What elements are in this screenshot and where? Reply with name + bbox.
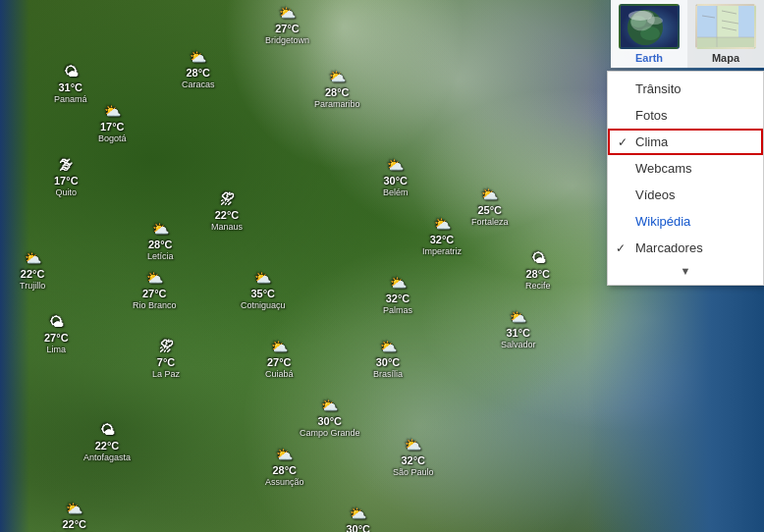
- weather-temp: 7°C: [157, 356, 175, 369]
- weather-icon: ⛅: [271, 339, 288, 355]
- menu-item-transito[interactable]: Trânsito: [608, 76, 763, 102]
- city-name: Brasília: [373, 369, 403, 380]
- weather-icon: 🌤: [64, 64, 78, 80]
- weather-icon: ⛅: [152, 221, 169, 238]
- marcadores-checkmark: ✓: [616, 241, 626, 255]
- earth-thumbnail: [619, 4, 680, 49]
- marcadores-label: Marcadores: [635, 240, 703, 255]
- weather-icon: ⛅: [350, 505, 366, 522]
- weather-temp: 28°C: [186, 67, 210, 80]
- mapa-thumbnail: [695, 4, 756, 49]
- more-icon: ▼: [681, 265, 691, 277]
- city-name: Lima: [47, 345, 67, 355]
- transito-label: Trânsito: [635, 81, 681, 96]
- city-name: Salvador: [501, 340, 536, 350]
- menu-more-button[interactable]: ▼: [608, 261, 763, 281]
- city-name: La Paz: [152, 369, 180, 380]
- weather-label: ⛈ 22°C Manaus: [211, 191, 243, 233]
- weather-temp: 30°C: [383, 175, 408, 187]
- city-name: Campo Grande: [300, 428, 360, 439]
- city-name: Letícia: [147, 251, 174, 262]
- weather-icon: ⛅: [510, 309, 526, 326]
- svg-point-2: [630, 16, 646, 27]
- city-name: Trujillo: [20, 281, 45, 292]
- menu-item-wikipedia[interactable]: Wikipédia: [608, 208, 763, 235]
- weather-temp: 27°C: [267, 356, 292, 369]
- weather-temp: 22°C: [62, 518, 86, 531]
- weather-temp: 30°C: [346, 523, 370, 532]
- weather-label: ⛅ 17°C Bogotá: [98, 103, 127, 144]
- weather-label: 🌤 31°C Panamá: [54, 64, 87, 105]
- weather-temp: 31°C: [58, 81, 82, 94]
- menu-item-videos[interactable]: Vídeos: [608, 182, 763, 208]
- svg-point-3: [640, 27, 660, 40]
- weather-icon: ⛅: [405, 437, 421, 453]
- city-name: Fortaleza: [471, 217, 509, 228]
- weather-label: ⛅ 22°C La Serena: [54, 501, 95, 532]
- weather-label: ⛅ 31°C Salvador: [501, 309, 536, 350]
- city-name: Caracas: [182, 80, 215, 90]
- weather-temp: 27°C: [275, 23, 300, 35]
- svg-rect-9: [697, 37, 756, 49]
- layers-dropdown: Trânsito Fotos ✓ Clima Webcams Vídeos Wi…: [607, 71, 764, 286]
- weather-label: 🌤 22°C Antofagasta: [83, 422, 131, 463]
- clima-checkmark: ✓: [618, 135, 628, 149]
- weather-temp: 22°C: [95, 440, 120, 452]
- weather-label: ⛅ 28°C Paramaribo: [314, 69, 360, 110]
- webcams-label: Webcams: [635, 161, 692, 176]
- weather-icon: ⛅: [66, 501, 82, 517]
- city-name: Panamá: [54, 94, 87, 105]
- menu-item-fotos[interactable]: Fotos: [608, 102, 763, 129]
- weather-icon: 🌤: [49, 314, 63, 331]
- weather-temp: 30°C: [376, 356, 401, 369]
- city-name: Paramaribo: [314, 99, 360, 110]
- weather-icon: ⛅: [380, 339, 397, 355]
- weather-icon: ⛅: [434, 216, 451, 233]
- weather-icon: ⛈: [159, 339, 173, 355]
- weather-label: ⛅ 35°C Cotniguaçu: [241, 270, 286, 311]
- earth-label: Earth: [635, 52, 663, 64]
- menu-item-marcadores[interactable]: ✓ Marcadores: [608, 235, 763, 261]
- weather-icon: ⛅: [321, 398, 338, 414]
- weather-temp: 32°C: [401, 454, 425, 467]
- weather-icon: ⛅: [254, 270, 271, 287]
- weather-icon: 🌤: [100, 422, 114, 439]
- weather-icon: ⛅: [146, 270, 163, 287]
- weather-temp: 17°C: [54, 175, 79, 187]
- weather-icon: 🌤: [531, 250, 545, 267]
- weather-temp: 27°C: [142, 288, 167, 300]
- weather-temp: 31°C: [506, 327, 530, 340]
- weather-temp: 28°C: [272, 464, 297, 477]
- city-name: Cuiabá: [265, 369, 294, 380]
- weather-label: ⛅ 28°C Assunção: [265, 447, 304, 488]
- city-name: São Paulo: [393, 467, 434, 478]
- weather-icon: ⛅: [329, 69, 346, 85]
- weather-temp: 32°C: [430, 234, 455, 246]
- weather-label: ⛅ 22°C Trujillo: [20, 250, 45, 292]
- weather-temp: 28°C: [525, 268, 550, 281]
- mapa-label: Mapa: [712, 52, 739, 64]
- weather-label: 🌤 27°C Lima: [44, 314, 69, 355]
- weather-label: ⛅ 32°C Imperatriz: [422, 216, 462, 257]
- menu-item-clima[interactable]: ✓ Clima: [608, 129, 763, 155]
- fotos-label: Fotos: [635, 108, 668, 123]
- weather-icon: ⛅: [25, 250, 41, 267]
- weather-temp: 32°C: [386, 293, 410, 305]
- weather-label: ⛅ 30°C Campo Grande: [300, 398, 360, 439]
- weather-label: ⛅ 32°C São Paulo: [393, 437, 434, 478]
- svg-point-1: [628, 10, 663, 45]
- earth-tab[interactable]: Earth: [611, 0, 687, 68]
- city-name: Antofagasta: [83, 452, 131, 463]
- mapa-tab[interactable]: Mapa: [687, 0, 764, 68]
- weather-icon: ⛈: [220, 191, 234, 208]
- menu-item-webcams[interactable]: Webcams: [608, 155, 763, 182]
- weather-icon: ⛅: [104, 103, 121, 120]
- weather-label: ⛅ 30°C Brasília: [373, 339, 403, 380]
- weather-icon: ⛅: [190, 49, 206, 66]
- weather-temp: 28°C: [325, 86, 350, 99]
- map-type-controls: Earth Mapa: [611, 0, 764, 68]
- clima-label: Clima: [635, 134, 668, 149]
- city-name: Rio Branco: [133, 300, 177, 311]
- svg-point-4: [628, 11, 652, 21]
- weather-icon: ⛅: [390, 275, 407, 292]
